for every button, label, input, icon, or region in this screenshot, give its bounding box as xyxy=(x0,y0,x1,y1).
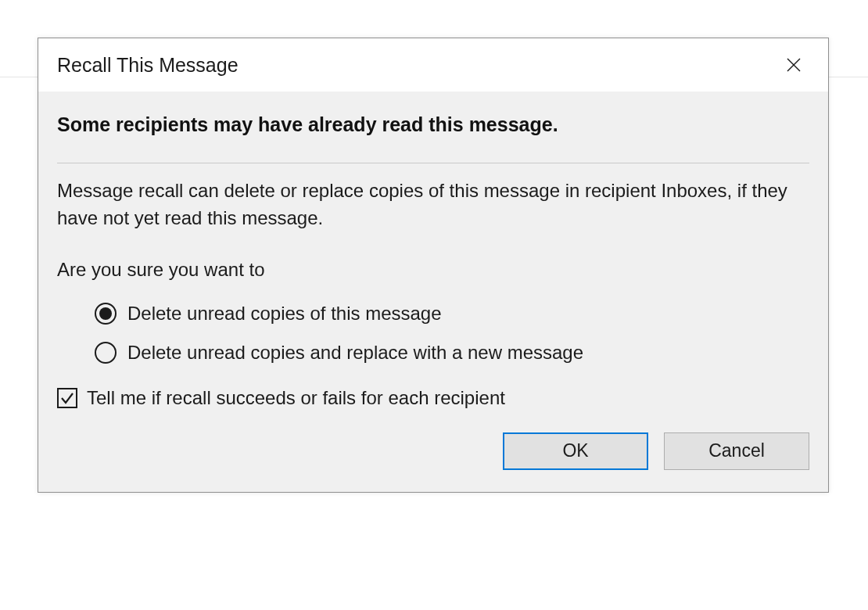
cancel-button[interactable]: Cancel xyxy=(664,432,809,470)
dialog-body: Some recipients may have already read th… xyxy=(38,92,828,492)
checkbox-tell-me[interactable]: Tell me if recall succeeds or fails for … xyxy=(57,387,809,409)
titlebar: Recall This Message xyxy=(38,38,828,92)
description: Message recall can delete or replace cop… xyxy=(57,178,809,232)
checkbox-icon xyxy=(57,388,77,408)
close-icon xyxy=(786,57,802,73)
radio-icon xyxy=(95,303,117,325)
radio-dot-icon xyxy=(99,307,112,320)
checkbox-label: Tell me if recall succeeds or fails for … xyxy=(87,387,505,409)
radio-delete-unread[interactable]: Delete unread copies of this message xyxy=(95,303,809,325)
dialog-title: Recall This Message xyxy=(57,54,239,77)
radio-replace-message[interactable]: Delete unread copies and replace with a … xyxy=(95,342,809,364)
headline: Some recipients may have already read th… xyxy=(57,113,809,136)
close-button[interactable] xyxy=(778,49,809,81)
button-row: OK Cancel xyxy=(57,432,809,470)
divider xyxy=(57,163,809,163)
ok-button[interactable]: OK xyxy=(503,432,648,470)
radio-label: Delete unread copies and replace with a … xyxy=(127,342,583,364)
radio-group: Delete unread copies of this message Del… xyxy=(95,303,809,364)
radio-icon xyxy=(95,342,117,364)
recall-dialog: Recall This Message Some recipients may … xyxy=(38,38,829,493)
prompt-text: Are you sure you want to xyxy=(57,259,809,281)
checkmark-icon xyxy=(59,390,75,406)
radio-label: Delete unread copies of this message xyxy=(127,303,442,325)
